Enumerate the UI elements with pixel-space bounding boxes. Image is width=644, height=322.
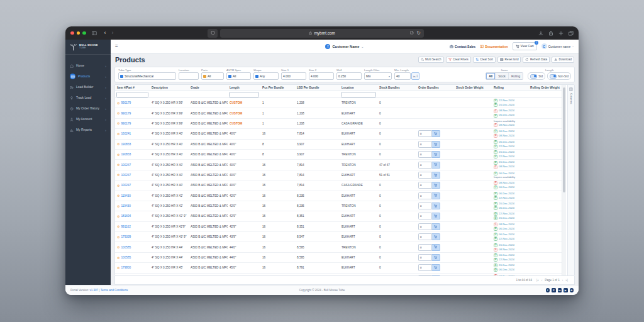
rolling-entry[interactable]: O22-Nov-2024 bbox=[494, 237, 514, 241]
item-number-link[interactable]: 100247 bbox=[121, 174, 131, 177]
quantity-input[interactable]: 0 bbox=[418, 172, 432, 179]
add-to-cart-button[interactable] bbox=[432, 172, 440, 179]
back-button[interactable]: ‹ bbox=[104, 30, 106, 36]
forward-button[interactable]: › bbox=[112, 30, 114, 36]
row-settings-icon[interactable]: ⚙ bbox=[117, 121, 119, 125]
rolling-entry[interactable]: O06-Dec-2024 bbox=[494, 206, 514, 210]
reset-grid-button[interactable]: Reset Grid bbox=[497, 57, 521, 63]
quantity-input[interactable]: 0 bbox=[418, 213, 432, 219]
row-settings-icon[interactable]: ⚙ bbox=[117, 245, 119, 249]
rolling-entry[interactable]: C08-Nov-2024 bbox=[494, 181, 514, 185]
row-settings-icon[interactable]: ⚙ bbox=[117, 214, 119, 218]
quantity-input[interactable]: 0 bbox=[418, 254, 432, 261]
download-button[interactable]: Download bbox=[552, 57, 574, 63]
quantity-input[interactable]: 0 bbox=[418, 244, 432, 251]
item-number-link[interactable]: 190833 bbox=[121, 143, 131, 146]
add-to-cart-button[interactable] bbox=[432, 233, 440, 240]
documentation-link[interactable]: Documentation bbox=[480, 45, 508, 48]
stepper-arrows-icon[interactable]: ▴▾ bbox=[417, 74, 418, 77]
zoom-window-button[interactable] bbox=[82, 31, 86, 35]
contact-sales-link[interactable]: Contact Sales bbox=[450, 45, 475, 48]
rolling-entry[interactable]: O20-Dec-2024 bbox=[494, 150, 514, 154]
rolling-entry[interactable]: O06-Dec-2024 bbox=[494, 192, 514, 196]
rolling-entry[interactable]: O06-Dec-2024 bbox=[494, 114, 514, 118]
items-option-rolling[interactable]: Rolling bbox=[509, 73, 523, 79]
downloads-icon[interactable] bbox=[538, 31, 543, 36]
column-header-stock-order-weight[interactable]: Stock Order Weight bbox=[454, 85, 492, 91]
item-number-link[interactable]: 100585 bbox=[121, 246, 131, 249]
add-to-cart-button[interactable] bbox=[432, 182, 440, 189]
rolling-entry[interactable]: C08-Nov-2024 bbox=[494, 109, 514, 113]
clear-sort-button[interactable]: Clear Sort bbox=[473, 57, 496, 63]
sidebar-item-my-reports[interactable]: My Reports› bbox=[65, 125, 111, 135]
first-page-button[interactable]: |« bbox=[536, 279, 539, 282]
min-length-input[interactable]: 40 bbox=[394, 72, 411, 80]
rolling-entry[interactable]: O22-Nov-2024 bbox=[494, 99, 514, 103]
add-to-cart-button[interactable] bbox=[432, 203, 440, 209]
item-number-link[interactable]: 100247 bbox=[121, 184, 131, 187]
privacy-shield-icon[interactable] bbox=[208, 29, 218, 38]
last-page-button[interactable]: »| bbox=[565, 279, 568, 282]
column-header-pcs-per-bundle[interactable]: Pcs Per Bundle bbox=[260, 85, 295, 91]
add-to-cart-button[interactable] bbox=[432, 244, 440, 251]
tab-overview-icon[interactable] bbox=[569, 31, 574, 36]
row-settings-icon[interactable]: ⚙ bbox=[117, 163, 119, 167]
quantity-input[interactable]: 0 bbox=[418, 264, 432, 271]
column-header-length[interactable]: Length bbox=[228, 85, 260, 91]
rolling-entry[interactable]: C08-Nov-2024 bbox=[494, 165, 514, 169]
facebook-icon[interactable]: f bbox=[546, 288, 550, 292]
row-settings-icon[interactable]: ⚙ bbox=[117, 111, 119, 115]
row-settings-icon[interactable]: ⚙ bbox=[117, 173, 119, 177]
column-header-item-part-[interactable]: Item #/Part # bbox=[115, 85, 150, 91]
rolling-entry[interactable]: O06-Dec-2024 bbox=[494, 186, 514, 189]
columns-side-tab[interactable]: Columns bbox=[567, 85, 574, 275]
rolling-entry[interactable]: Inquire availability bbox=[494, 120, 515, 123]
item-number-link[interactable]: 100585 bbox=[121, 256, 131, 259]
rolling-entry[interactable]: O20-Dec-2024 bbox=[494, 243, 514, 247]
rolling-entry[interactable]: C08-Nov-2024 bbox=[494, 274, 514, 275]
x-icon[interactable]: X bbox=[552, 288, 556, 292]
rolling-entry[interactable]: O20-Dec-2024 bbox=[494, 264, 514, 267]
rolling-entry[interactable]: O06-Dec-2024 bbox=[494, 227, 514, 231]
row-settings-icon[interactable]: ⚙ bbox=[117, 142, 119, 146]
quantity-input[interactable]: 0 bbox=[418, 162, 432, 169]
user-menu[interactable]: C Customer name ⌄ bbox=[541, 43, 574, 49]
add-to-cart-button[interactable] bbox=[432, 254, 440, 261]
reload-icon[interactable]: ↻ bbox=[416, 30, 421, 36]
filter-input[interactable] bbox=[179, 72, 199, 80]
row-settings-icon[interactable]: ⚙ bbox=[117, 184, 119, 187]
row-settings-icon[interactable]: ⚙ bbox=[117, 153, 119, 157]
globe-icon[interactable]: ⊕ bbox=[570, 288, 574, 292]
row-settings-icon[interactable]: ⚙ bbox=[117, 225, 119, 228]
row-settings-icon[interactable]: ⚙ bbox=[117, 204, 119, 208]
column-header-location[interactable]: Location bbox=[340, 85, 377, 91]
item-number-link[interactable]: 991162 bbox=[121, 225, 130, 228]
column-header-order-bundles[interactable]: Order Bundles bbox=[416, 85, 454, 91]
rolling-entry[interactable]: C08-Nov-2024 bbox=[494, 248, 514, 252]
new-tab-icon[interactable] bbox=[558, 31, 564, 36]
minimize-window-button[interactable] bbox=[77, 31, 80, 35]
filter-input[interactable]: 0.250 bbox=[336, 72, 362, 80]
quantity-input[interactable]: 0 bbox=[418, 233, 432, 240]
refresh-data-button[interactable]: Refresh Data bbox=[523, 57, 550, 63]
items-option-stock[interactable]: Stock bbox=[496, 73, 509, 79]
brand-logo[interactable]: BULL MOOSE TUBE bbox=[65, 40, 111, 55]
column-header-rolling[interactable]: Rolling bbox=[492, 85, 528, 91]
unit-stepper[interactable]: in.▴▾ bbox=[411, 72, 419, 80]
column-filter-input[interactable] bbox=[341, 92, 376, 97]
linkedin-icon[interactable]: in bbox=[558, 288, 562, 292]
vertical-scrollbar[interactable] bbox=[562, 85, 566, 275]
sidebar-item-load-builder[interactable]: Load Builder› bbox=[65, 82, 111, 92]
rolling-entry[interactable]: O06-Dec-2024 bbox=[494, 140, 514, 144]
row-settings-icon[interactable]: ⚙ bbox=[117, 256, 119, 260]
length-toggle-std[interactable]: Std bbox=[528, 72, 545, 80]
quantity-input[interactable]: 0 bbox=[418, 275, 432, 275]
previous-page-button[interactable]: ‹ bbox=[541, 279, 543, 282]
rolling-entry[interactable]: O20-Dec-2024 bbox=[494, 216, 514, 220]
row-settings-icon[interactable]: ⚙ bbox=[117, 235, 119, 239]
item-number-link[interactable]: 100247 bbox=[121, 164, 131, 167]
item-number-link[interactable]: 990179 bbox=[121, 101, 131, 104]
rolling-entry[interactable]: O20-Dec-2024 bbox=[494, 161, 514, 165]
rolling-entry[interactable]: O20-Dec-2024 bbox=[494, 103, 514, 107]
column-filter-input[interactable] bbox=[229, 92, 259, 97]
